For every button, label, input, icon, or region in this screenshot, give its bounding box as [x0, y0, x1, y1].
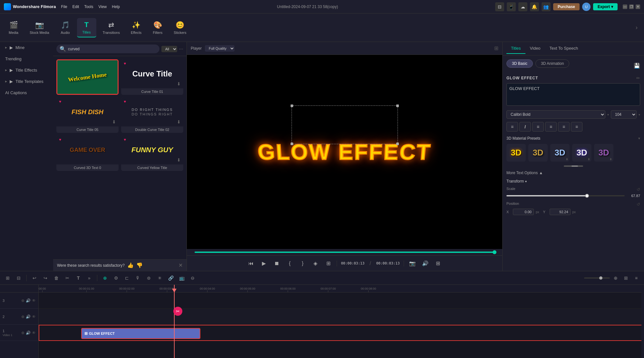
- y-input[interactable]: [550, 209, 571, 215]
- card-curved3d[interactable]: ♥ GAME OVER Curved 3D Text 0: [56, 135, 119, 171]
- track-3-speaker-icon[interactable]: 🔊: [26, 298, 31, 303]
- toolbar-filters[interactable]: 🎨 Filters: [148, 18, 167, 37]
- italic-button[interactable]: I: [519, 122, 531, 132]
- menu-view[interactable]: View: [98, 5, 107, 9]
- mark-out-button[interactable]: }: [298, 259, 307, 268]
- purchase-button[interactable]: Purchase: [553, 3, 580, 10]
- card-curve01[interactable]: ♥ Curve Title ⬇ Curve Title 01: [121, 59, 183, 95]
- menu-tools[interactable]: Tools: [84, 5, 93, 9]
- title-clip-glow[interactable]: ⊞ GLOW EFFECT: [81, 328, 200, 339]
- minimize-icon[interactable]: ⊟: [495, 2, 504, 11]
- quality-select[interactable]: Full Quality 1/2 Quality 1/4 Quality: [205, 45, 235, 52]
- track-1-speaker-icon[interactable]: 🔊: [26, 331, 31, 335]
- tl-zoom-in-button[interactable]: ⊕: [611, 273, 620, 283]
- tab-3d-basic[interactable]: 3D Basic: [506, 59, 533, 68]
- more-text-options[interactable]: More Text Options ▲: [506, 169, 640, 176]
- cloud-icon[interactable]: ☁: [518, 2, 527, 11]
- export-button[interactable]: Export ▾: [593, 3, 618, 10]
- sidebar-item-mine[interactable]: ▶ Mine: [0, 42, 53, 53]
- toolbar-expand-icon[interactable]: ›: [633, 22, 640, 34]
- toolbar-media[interactable]: 🎬 Media: [4, 18, 23, 37]
- card-curve05[interactable]: ♥ FISH DISH ⬇ Curve Title 05: [56, 97, 119, 133]
- tl-cut-button[interactable]: ✂: [63, 273, 72, 283]
- font-family-select[interactable]: Calibri Bold Arial Times New Roman: [506, 110, 605, 119]
- toolbar-stock-media[interactable]: 📷 Stock Media: [25, 18, 54, 37]
- search-input[interactable]: [68, 47, 156, 51]
- font-size-select[interactable]: 104 72 48 36: [611, 110, 637, 119]
- thumbs-up-icon[interactable]: 👍: [127, 262, 134, 268]
- sidebar-item-ai-captions[interactable]: AI Captions: [0, 87, 53, 98]
- track-2-speaker-icon[interactable]: 🔊: [26, 314, 31, 319]
- tl-grid-view-button[interactable]: ⊞: [621, 273, 630, 283]
- search-more-icon[interactable]: ···: [179, 46, 183, 52]
- tl-delete-button[interactable]: 🗑: [52, 273, 61, 283]
- preset-5[interactable]: 3D ⬇: [594, 144, 613, 162]
- progress-bar[interactable]: [195, 252, 495, 253]
- menu-edit[interactable]: Edit: [72, 5, 79, 9]
- window-minimize[interactable]: —: [623, 5, 627, 9]
- snap-button[interactable]: ⊞: [324, 259, 333, 268]
- tl-settings-button[interactable]: ⚙: [111, 273, 120, 283]
- community-icon[interactable]: 👥: [542, 2, 551, 11]
- tl-clip-button[interactable]: ⊏: [122, 273, 131, 283]
- x-input[interactable]: [513, 209, 534, 215]
- track-1-eye-icon[interactable]: 👁: [32, 331, 36, 335]
- align-text-top-button[interactable]: ≡: [506, 122, 518, 132]
- tl-minus-button[interactable]: ⊟: [14, 273, 23, 283]
- tl-link-button[interactable]: 🔗: [166, 273, 175, 283]
- transform-header[interactable]: Transform ▾: [506, 179, 640, 184]
- sidebar-item-trending[interactable]: Trending: [0, 53, 53, 65]
- toolbar-transitions[interactable]: ⇄ Transitions: [98, 18, 124, 37]
- play-button[interactable]: ▶: [259, 259, 268, 268]
- tl-record-button[interactable]: ⊚: [144, 273, 153, 283]
- track-3-eye-icon[interactable]: 👁: [32, 298, 36, 303]
- toolbar-titles[interactable]: T Titles: [77, 18, 96, 37]
- window-maximize[interactable]: ❐: [629, 5, 634, 9]
- tl-add-track-button[interactable]: ⊞: [3, 273, 12, 283]
- tab-3d-animation[interactable]: 3D Animation: [535, 59, 569, 68]
- screen-record-icon[interactable]: 📱: [507, 2, 516, 11]
- tab-titles[interactable]: Titles: [506, 43, 525, 54]
- snapshot-button[interactable]: 📷: [408, 259, 417, 268]
- align-center-button[interactable]: ≡: [532, 122, 544, 132]
- tl-zoom-out-button[interactable]: ⊖: [188, 273, 197, 283]
- toolbar-stickers[interactable]: 😊 Stickers: [169, 18, 191, 37]
- tl-more-button[interactable]: »: [85, 273, 94, 283]
- preset-3[interactable]: 3D ⬇: [550, 144, 570, 162]
- preset-4[interactable]: 3D ⬇: [572, 144, 591, 162]
- playhead[interactable]: [174, 285, 175, 358]
- mark-in-button[interactable]: {: [285, 259, 294, 268]
- position-reset-icon[interactable]: ↺: [637, 202, 640, 207]
- preview-expand-icon[interactable]: ⊞: [494, 45, 498, 51]
- toolbar-effects[interactable]: ✨ Effects: [126, 18, 146, 37]
- tl-list-view-button[interactable]: ≡: [632, 273, 641, 283]
- user-avatar[interactable]: U: [582, 3, 591, 11]
- sidebar-item-title-templates[interactable]: ▶ Title Templates: [0, 76, 53, 87]
- search-filter-select[interactable]: All: [161, 46, 177, 52]
- add-marker-button[interactable]: ◈: [311, 259, 320, 268]
- tl-effect-button[interactable]: ✳: [155, 273, 164, 283]
- window-close[interactable]: ✕: [636, 5, 640, 9]
- presets-expand-icon[interactable]: ▾: [638, 136, 640, 141]
- preset-1[interactable]: 3D: [506, 144, 526, 162]
- tab-video[interactable]: Video: [525, 43, 545, 54]
- scale-slider[interactable]: [506, 195, 625, 196]
- track-1-add-icon[interactable]: ⊕: [21, 331, 24, 335]
- toolbar-audio[interactable]: 🎵 Audio: [56, 18, 75, 37]
- volume-button[interactable]: 🔊: [421, 259, 430, 268]
- align-right-button[interactable]: ≡: [545, 122, 557, 132]
- preset-2[interactable]: 3D: [528, 144, 548, 162]
- thumbs-down-icon[interactable]: 👎: [136, 262, 143, 268]
- section-edit-icon[interactable]: ✏: [636, 75, 640, 81]
- tl-mic-button[interactable]: 🎙: [133, 273, 142, 283]
- tl-redo-button[interactable]: ↪: [41, 273, 50, 283]
- text-input[interactable]: GLOW EFFECT: [506, 83, 640, 106]
- tl-undo-button[interactable]: ↩: [30, 273, 39, 283]
- track-2-add-icon[interactable]: ⊕: [21, 314, 24, 319]
- tl-snap-button[interactable]: ⊕: [101, 273, 110, 283]
- fullscreen-button[interactable]: ⊞: [434, 259, 443, 268]
- track-3-add-icon[interactable]: ⊕: [21, 298, 24, 303]
- timeline-vertical-scrollbar[interactable]: [641, 285, 644, 358]
- sidebar-item-title-effects[interactable]: ▶ Title Effects: [0, 65, 53, 76]
- card-curvedyellow[interactable]: ♥ FUNNY GUY ⬇ Curved Yellow Title: [121, 135, 183, 171]
